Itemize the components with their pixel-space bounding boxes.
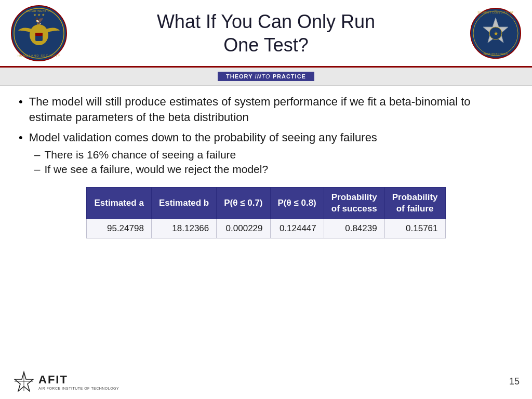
col-header-estimated-b: Estimated b: [151, 188, 216, 219]
cell-estimated-b: 18.12366: [151, 219, 216, 238]
svg-text:DEPARTMENT OF: DEPARTMENT OF: [26, 9, 52, 12]
bullet-text-2: Model validation comes down to the proba…: [29, 131, 377, 144]
col-header-p-07: P(θ ≤ 0.7): [217, 188, 270, 219]
results-table: Estimated a Estimated b P(θ ≤ 0.7) P(θ ≤…: [86, 187, 445, 238]
main-content: • The model will still produce estimates…: [0, 86, 532, 244]
svg-text:SECURITY COMMUNITY OF: SECURITY COMMUNITY OF: [477, 11, 514, 14]
theory-banner-container: THEORY INTO PRACTICE: [0, 68, 532, 86]
svg-text:★: ★: [494, 31, 499, 36]
cell-prob-success: 0.84239: [324, 219, 384, 238]
page-number: 15: [509, 376, 520, 387]
theory-banner: THEORY INTO PRACTICE: [218, 72, 314, 81]
svg-text:HOMELAND SECURITY: HOMELAND SECURITY: [17, 54, 60, 57]
bullet-text-1: The model will still produce estimates o…: [29, 95, 471, 124]
sub-bullet-text-1: There is 16% chance of seeing a failure: [44, 149, 236, 161]
slide-footer: AFIT AIR FORCE INSTITUTE OF TECHNOLOGY 1…: [0, 370, 532, 393]
afit-icon-svg: [12, 370, 35, 393]
cell-prob-failure: 0.15761: [384, 219, 445, 238]
table-header-row: Estimated a Estimated b P(θ ≤ 0.7) P(θ ≤…: [87, 188, 445, 219]
sub-bullet-list: – There is 16% chance of seeing a failur…: [29, 149, 377, 176]
col-header-estimated-a: Estimated a: [87, 188, 151, 219]
cell-p-08: 0.124447: [270, 219, 324, 238]
dhs-seal-logo: ★ ★ ★ HOMELAND SECURITY DEPARTMENT OF 🦅: [10, 5, 68, 62]
svg-text:🦅: 🦅: [35, 17, 44, 25]
bullet-dot-1: •: [19, 95, 23, 109]
col-header-p-08: P(θ ≤ 0.8): [270, 188, 324, 219]
cell-estimated-a: 95.24798: [87, 219, 151, 238]
afit-text-block: AFIT AIR FORCE INSTITUTE OF TECHNOLOGY: [38, 373, 119, 390]
bullet-dot-2: •: [19, 131, 23, 144]
svg-text:★ ★ ★: ★ ★ ★: [33, 13, 45, 17]
table-row: 95.24798 18.12366 0.000229 0.124447 0.84…: [87, 219, 445, 238]
practice-word2: PRACTICE: [273, 73, 306, 79]
sub-bullet-text-2: If we see a failure, would we reject the…: [44, 163, 268, 176]
sub-bullet-item-2: – If we see a failure, would we reject t…: [34, 163, 377, 176]
svg-rect-4: [35, 33, 43, 36]
col-header-prob-success: Probabilityof success: [324, 188, 384, 219]
bullet-list: • The model will still produce estimates…: [19, 94, 513, 178]
svg-text:BEST PRACTICES: BEST PRACTICES: [483, 52, 508, 56]
sub-dash-2: –: [34, 163, 41, 176]
bullet-item-2: • Model validation comes down to the pro…: [19, 130, 513, 178]
sub-bullet-item-1: – There is 16% chance of seeing a failur…: [34, 149, 377, 161]
bullet-item-1: • The model will still produce estimates…: [19, 94, 513, 125]
slide-title: What If You Can Only Run One Test?: [157, 10, 375, 57]
afit-logo: AFIT AIR FORCE INSTITUTE OF TECHNOLOGY: [12, 370, 119, 393]
slide-header: ★ ★ ★ HOMELAND SECURITY DEPARTMENT OF 🦅 …: [0, 0, 532, 68]
theory-word: THEORY: [226, 73, 252, 79]
col-header-prob-failure: Probabilityof failure: [384, 188, 445, 219]
sub-dash-1: –: [34, 149, 41, 161]
security-community-seal: ★ BEST PRACTICES SECURITY COMMUNITY OF: [470, 7, 522, 59]
cell-p-07: 0.000229: [217, 219, 270, 238]
into-word: INTO: [255, 73, 271, 79]
afit-sub-label: AIR FORCE INSTITUTE OF TECHNOLOGY: [38, 387, 119, 390]
data-table-section: Estimated a Estimated b P(θ ≤ 0.7) P(θ ≤…: [19, 187, 513, 238]
afit-label: AFIT: [38, 373, 119, 387]
